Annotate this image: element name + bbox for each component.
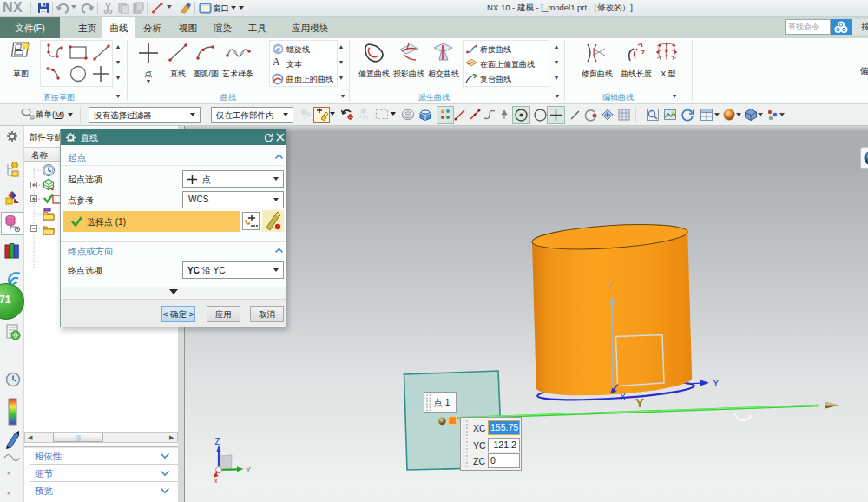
svg-text:Y: Y: [635, 395, 644, 410]
svg-text:X: X: [620, 392, 626, 402]
svg-text:Z: Z: [608, 279, 615, 289]
svg-text:Y: Y: [713, 378, 720, 388]
svg-text:Y: Y: [246, 466, 251, 474]
svg-text:Z: Z: [215, 437, 220, 446]
svg-text:x: x: [214, 478, 218, 484]
